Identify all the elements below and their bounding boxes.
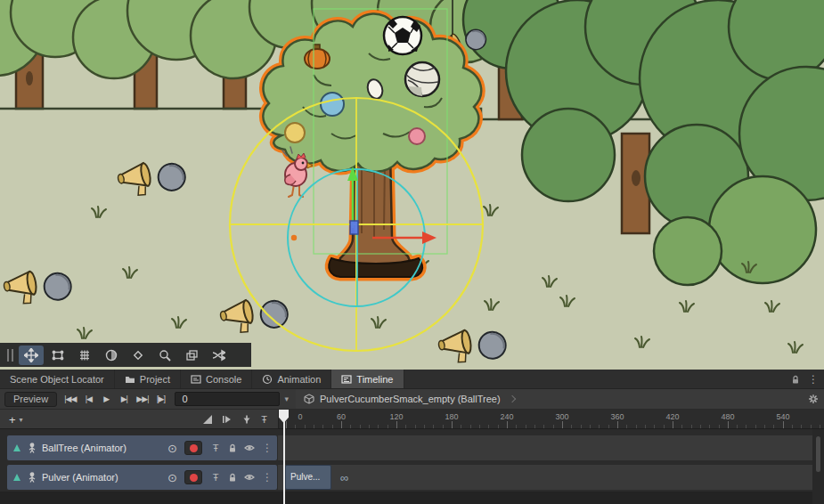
pivot-dot	[291, 235, 297, 240]
record-dot-icon	[190, 444, 198, 452]
record-button[interactable]	[184, 441, 202, 455]
goto-start-button[interactable]: |◀◀	[61, 391, 79, 407]
preview-toggle-button[interactable]: Preview	[4, 392, 57, 407]
timeline-options-caret-icon[interactable]: ▾	[280, 394, 295, 403]
track-menu-icon[interactable]: ⋮	[262, 471, 273, 484]
lock-icon[interactable]	[790, 374, 801, 385]
breadcrumb-chevron-icon	[508, 395, 515, 402]
timeline-controls-row: + ▾ Ŧ 0 60 120 180 240 300 360 420 480 5…	[0, 410, 824, 429]
tab-label: Timeline	[356, 374, 393, 385]
tab-label: Scene Object Locator	[10, 374, 104, 385]
timeline-settings-button[interactable]	[803, 389, 824, 409]
unity-editor-window: Scene Object Locator Project Console Ani…	[0, 0, 824, 504]
preview-label: Preview	[13, 394, 48, 404]
ruler-label: 240	[489, 412, 525, 421]
ruler-label: 480	[710, 412, 746, 421]
tracks-bottom-fill	[0, 492, 824, 504]
play-button[interactable]: ▶	[97, 391, 115, 407]
tab-timeline[interactable]: Timeline	[331, 370, 404, 388]
z-axis-handle[interactable]	[350, 221, 358, 234]
scene-view[interactable]	[0, 0, 824, 370]
eye-icon[interactable]	[243, 443, 256, 453]
tab-label: Console	[206, 374, 241, 385]
gizmo-toggle-button[interactable]	[126, 345, 151, 365]
record-button[interactable]	[184, 470, 202, 484]
clock-icon	[262, 374, 273, 385]
animation-clip-pulver[interactable]: Pulve...	[285, 465, 331, 490]
play-range-button[interactable]: [▶]	[152, 391, 170, 407]
timeline-breadcrumb[interactable]: PulverCucumberSmack_empty (BallTree)	[296, 389, 803, 409]
goto-end-button[interactable]: ▶▶|	[133, 391, 151, 407]
timeline-header: Preview |◀◀ |◀ ▶ ▶| ▶▶| [▶] 0 ▾ PulverCu…	[0, 389, 824, 410]
object-picker-icon[interactable]: ⊙	[167, 443, 177, 454]
ruler-label: 420	[655, 412, 690, 421]
gear-icon	[808, 394, 819, 404]
object-picker-icon[interactable]: ⊙	[167, 472, 177, 484]
eye-icon[interactable]	[243, 472, 256, 483]
ruler-label: 360	[600, 412, 635, 421]
ruler-label: 60	[323, 412, 359, 421]
grid-snap-button[interactable]	[72, 345, 97, 365]
next-frame-button[interactable]: ▶|	[115, 391, 133, 407]
track-label: BallTree (Animator)	[42, 443, 163, 453]
ruler-label: 180	[434, 412, 469, 421]
pink-ball	[409, 128, 425, 144]
add-track-button[interactable]: + ▾	[9, 411, 23, 427]
rect-tool-button[interactable]	[45, 345, 70, 365]
timeline-icon	[341, 374, 352, 385]
sphere-icon	[104, 348, 118, 362]
lock-icon[interactable]	[226, 443, 239, 453]
rect-tool-icon	[51, 348, 65, 362]
tab-scene-object-locator[interactable]: Scene Object Locator	[0, 370, 115, 388]
chevron-down-icon: ▾	[20, 416, 23, 424]
track-header-pulver[interactable]: Pulver (Animator) ⊙ Ŧ ⋮	[7, 465, 277, 490]
timeline-view-toggles: Ŧ	[202, 411, 267, 427]
shuffle-button[interactable]	[206, 345, 231, 365]
track-menu-icon[interactable]: ⋮	[262, 442, 273, 454]
move-tool-icon	[24, 348, 38, 362]
lock-icon[interactable]	[226, 472, 239, 483]
breadcrumb-label: PulverCucumberSmack_empty (BallTree)	[320, 394, 501, 404]
tabbar-menu-icon[interactable]: ⋮	[808, 374, 819, 385]
zoom-tool-button[interactable]	[152, 345, 177, 365]
pin-icon[interactable]: Ŧ	[209, 472, 222, 483]
volleyball[interactable]	[405, 62, 439, 96]
tab-label: Animation	[277, 374, 321, 385]
soccer-ball[interactable]	[384, 17, 421, 54]
tab-project[interactable]: Project	[115, 370, 181, 388]
shaded-mode-button[interactable]	[99, 345, 124, 365]
loop-infinity-icon: ∞	[340, 465, 348, 490]
animation-track-icon	[12, 472, 22, 483]
marker-track-icon[interactable]: Ŧ	[261, 414, 267, 425]
curves-view-icon[interactable]	[202, 414, 213, 425]
pin-icon[interactable]: Ŧ	[209, 443, 222, 453]
track-lane-balltree[interactable]	[278, 435, 812, 460]
track-header-balltree[interactable]: BallTree (Animator) ⊙ Ŧ ⋮	[7, 435, 277, 460]
clip-edit-out-icon[interactable]	[241, 414, 252, 425]
layers-icon	[184, 348, 199, 362]
vertical-scrollbar[interactable]	[812, 429, 824, 504]
scrollbar-thumb[interactable]	[816, 436, 820, 472]
clip-edit-in-icon[interactable]	[222, 414, 233, 425]
record-dot-icon	[190, 474, 198, 482]
folder-icon	[125, 374, 135, 385]
scene-toolbar	[0, 343, 251, 367]
tab-animation[interactable]: Animation	[252, 370, 331, 388]
cube-icon	[304, 394, 314, 404]
ruler-label: 540	[765, 412, 801, 421]
move-tool-button[interactable]	[19, 345, 44, 365]
tab-label: Project	[140, 374, 170, 385]
playhead-line[interactable]	[283, 410, 285, 504]
tab-bar: Scene Object Locator Project Console Ani…	[0, 370, 824, 389]
layers-button[interactable]	[179, 345, 204, 365]
previous-frame-button[interactable]: |◀	[79, 391, 97, 407]
scene-canvas[interactable]	[0, 0, 824, 370]
toolbar-drag-handle-icon[interactable]	[7, 349, 13, 362]
track-lane-pulver[interactable]	[278, 465, 812, 490]
tab-console[interactable]: Console	[181, 370, 252, 388]
timeline-panel: Scene Object Locator Project Console Ani…	[0, 370, 824, 504]
current-frame-field[interactable]: 0	[175, 392, 280, 406]
time-ruler[interactable]: 0 60 120 180 240 300 360 420 480 540	[278, 410, 824, 428]
transport-controls: |◀◀ |◀ ▶ ▶| ▶▶| [▶]	[61, 391, 169, 407]
blue-ball	[321, 93, 344, 116]
